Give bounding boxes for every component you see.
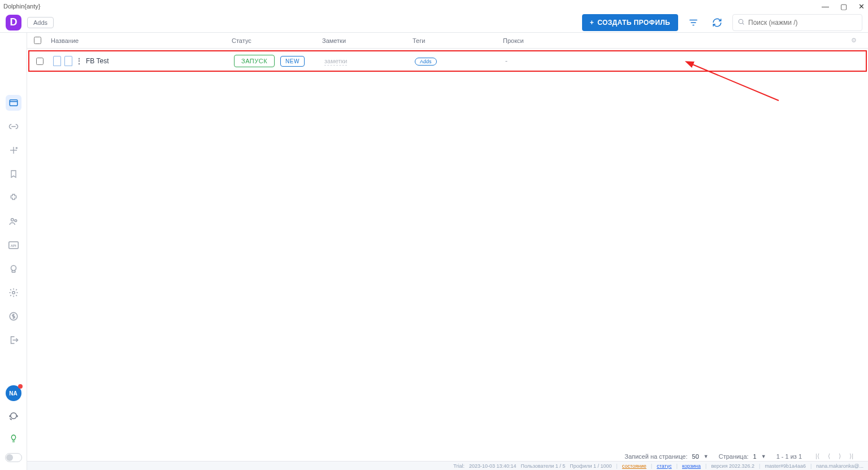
svg-point-12: [11, 219, 14, 221]
profile-name: FB Test: [86, 57, 108, 65]
next-page-icon[interactable]: ⟩: [839, 452, 841, 459]
browsers-icon[interactable]: [6, 95, 21, 111]
left-sidebar: API NA: [0, 33, 27, 470]
proxy-value: -: [505, 57, 507, 65]
svg-point-20: [10, 413, 16, 419]
last-page-icon[interactable]: ⟩|: [849, 452, 853, 459]
prev-page-icon[interactable]: ⟨: [828, 452, 830, 459]
avatar-initials: NA: [9, 390, 17, 397]
status-profiles: Профили 1 / 1000: [570, 463, 611, 469]
svg-point-16: [11, 266, 16, 271]
chevron-down-icon: ▼: [704, 454, 709, 459]
status-link-state[interactable]: состояние: [622, 463, 646, 469]
status-link-trash[interactable]: корзина: [682, 463, 701, 469]
svg-line-4: [743, 23, 744, 24]
browser-icon: [64, 56, 72, 66]
user-avatar[interactable]: NA: [6, 385, 21, 401]
bookmark-icon[interactable]: [6, 166, 21, 182]
svg-text:API: API: [10, 244, 16, 247]
status-datetime: 2023-10-03 13:40:14: [469, 463, 517, 469]
run-button[interactable]: ЗАПУСК: [234, 55, 275, 67]
svg-rect-5: [10, 100, 18, 106]
close-button[interactable]: ✕: [858, 2, 865, 11]
top-toolbar: D Adds + СОЗДАТЬ ПРОФИЛЬ: [0, 12, 868, 33]
col-tags: Теги: [413, 37, 503, 44]
plus-icon: +: [590, 19, 594, 27]
scenarios-icon[interactable]: [6, 261, 21, 277]
col-status: Статус: [232, 37, 322, 44]
window-controls: — ▢ ✕: [822, 2, 865, 11]
billing-icon[interactable]: [6, 308, 21, 324]
row-menu-icon[interactable]: ⋮: [76, 57, 83, 65]
row-checkbox[interactable]: [36, 58, 44, 65]
svg-point-3: [739, 19, 743, 24]
extension-icon[interactable]: [6, 190, 21, 206]
profile-row[interactable]: ⋮ FB Test ЗАПУСК NEW заметки Adds -: [28, 50, 867, 72]
maximize-button[interactable]: ▢: [840, 2, 847, 11]
window-title: Dolphin{anty}: [3, 3, 40, 10]
range-label: 1 - 1 из 1: [776, 453, 802, 460]
create-profile-button[interactable]: + СОЗДАТЬ ПРОФИЛЬ: [582, 14, 678, 31]
team-icon[interactable]: [6, 214, 21, 229]
status-link-status[interactable]: статус: [657, 463, 671, 469]
proxy-icon[interactable]: [6, 119, 21, 134]
search-input-wrap[interactable]: [732, 14, 862, 31]
records-per-page[interactable]: Записей на странице: 50 ▼: [624, 453, 708, 460]
col-proxy: Прокси: [503, 37, 851, 44]
os-titlebar: Dolphin{anty} — ▢ ✕: [0, 0, 868, 12]
settings-icon[interactable]: [6, 285, 21, 301]
pager-nav: |⟨ ⟨ ⟩ ⟩|: [812, 452, 857, 460]
app-logo-icon: D: [6, 15, 21, 31]
records-label: Записей на странице:: [624, 453, 687, 460]
status-build: master#9b1a4aa6: [765, 463, 806, 469]
status-bar: Trial: 2023-10-03 13:40:14 Пользователи …: [27, 461, 868, 470]
api-icon[interactable]: API: [6, 237, 21, 253]
search-input[interactable]: [748, 19, 857, 27]
adds-button[interactable]: Adds: [27, 17, 54, 28]
columns-settings-icon[interactable]: ⚙: [851, 37, 868, 44]
idea-icon[interactable]: [6, 430, 21, 446]
svg-point-17: [12, 291, 15, 294]
create-profile-label: СОЗДАТЬ ПРОФИЛЬ: [597, 19, 670, 27]
status-badge: NEW: [280, 56, 305, 67]
automation-icon[interactable]: [6, 142, 21, 158]
browser-icon: [53, 56, 61, 66]
select-all-checkbox[interactable]: [34, 37, 41, 44]
annotation-arrow: [27, 33, 863, 146]
first-page-icon[interactable]: |⟨: [815, 452, 819, 459]
filter-icon[interactable]: [685, 14, 702, 31]
records-value: 50: [692, 453, 699, 460]
support-icon[interactable]: [6, 408, 21, 424]
profiles-main: Название Статус Заметки Теги Прокси ⚙ ⋮ …: [27, 33, 868, 470]
status-version: версия 2022.326.2: [711, 463, 754, 469]
svg-point-13: [14, 220, 16, 222]
chevron-down-icon: ▼: [761, 454, 766, 459]
theme-toggle[interactable]: [5, 453, 22, 462]
search-icon: [737, 18, 745, 27]
page-value: 1: [753, 453, 757, 460]
status-user: nana.makaronka@...: [816, 463, 863, 469]
notes-placeholder[interactable]: заметки: [324, 58, 347, 66]
pagination-bar: Записей на странице: 50 ▼ Страница: 1 ▼ …: [624, 452, 857, 460]
refresh-icon[interactable]: [709, 14, 726, 31]
add-tag-chip[interactable]: Adds: [415, 58, 437, 66]
col-notes: Заметки: [322, 37, 413, 44]
status-users: Пользователи 1 / 5: [521, 463, 566, 469]
logout-icon[interactable]: [6, 332, 21, 348]
col-name: Название: [51, 37, 232, 44]
page-select[interactable]: Страница: 1 ▼: [719, 453, 766, 460]
trial-label: Trial:: [453, 463, 465, 469]
minimize-button[interactable]: —: [822, 2, 829, 11]
table-header: Название Статус Заметки Теги Прокси ⚙: [27, 33, 868, 49]
page-label: Страница:: [719, 453, 749, 460]
